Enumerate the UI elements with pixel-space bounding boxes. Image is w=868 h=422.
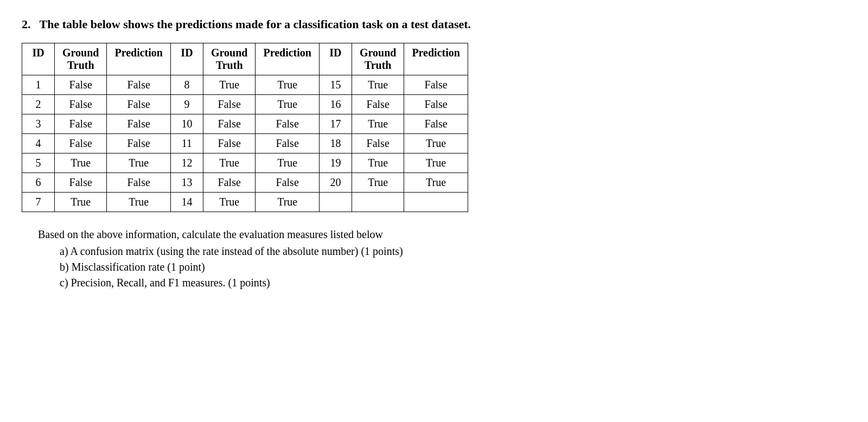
table-cell bbox=[404, 192, 468, 212]
table-cell: True bbox=[404, 133, 468, 153]
table-cell: 11 bbox=[170, 133, 203, 153]
table-cell: True bbox=[203, 153, 255, 172]
table-row: 5TrueTrue12TrueTrue19TrueTrue bbox=[22, 153, 468, 172]
table-cell: True bbox=[404, 172, 468, 192]
table-cell: False bbox=[256, 172, 320, 192]
col-pred-1: Prediction bbox=[107, 43, 171, 75]
table-cell: False bbox=[107, 172, 171, 192]
table-cell: False bbox=[352, 133, 404, 153]
table-cell: 17 bbox=[319, 114, 352, 133]
prediction-table: ID GroundTruth Prediction ID GroundTruth… bbox=[22, 43, 468, 212]
table-cell: False bbox=[203, 94, 255, 114]
table-cell: 5 bbox=[22, 153, 55, 172]
followup-intro: Based on the above information, calculat… bbox=[38, 228, 846, 241]
col-gt-3: GroundTruth bbox=[352, 43, 404, 75]
table-cell: True bbox=[107, 192, 171, 212]
table-cell: False bbox=[107, 75, 171, 94]
table-row: 4FalseFalse11FalseFalse18FalseTrue bbox=[22, 133, 468, 153]
table-cell: False bbox=[55, 114, 107, 133]
col-pred-2: Prediction bbox=[256, 43, 320, 75]
data-table-wrapper: ID GroundTruth Prediction ID GroundTruth… bbox=[22, 43, 846, 212]
table-cell: False bbox=[256, 114, 320, 133]
table-cell: True bbox=[203, 192, 255, 212]
table-cell: True bbox=[404, 153, 468, 172]
table-cell: False bbox=[55, 133, 107, 153]
table-cell: True bbox=[256, 75, 320, 94]
table-cell bbox=[352, 192, 404, 212]
table-cell: False bbox=[203, 133, 255, 153]
table-row: 7TrueTrue14TrueTrue bbox=[22, 192, 468, 212]
followup-section: Based on the above information, calculat… bbox=[22, 228, 846, 289]
table-cell: 20 bbox=[319, 172, 352, 192]
table-cell: 1 bbox=[22, 75, 55, 94]
table-row: 3FalseFalse10FalseFalse17TrueFalse bbox=[22, 114, 468, 133]
table-cell: True bbox=[107, 153, 171, 172]
table-cell: 4 bbox=[22, 133, 55, 153]
table-cell: True bbox=[256, 153, 320, 172]
table-cell: 19 bbox=[319, 153, 352, 172]
table-row: 6FalseFalse13FalseFalse20TrueTrue bbox=[22, 172, 468, 192]
table-header-row: ID GroundTruth Prediction ID GroundTruth… bbox=[22, 43, 468, 75]
table-cell: True bbox=[352, 172, 404, 192]
col-pred-3: Prediction bbox=[404, 43, 468, 75]
followup-list: a) A confusion matrix (using the rate in… bbox=[38, 245, 846, 289]
table-cell: 10 bbox=[170, 114, 203, 133]
table-cell: False bbox=[404, 75, 468, 94]
followup-item-a: a) A confusion matrix (using the rate in… bbox=[60, 245, 846, 258]
table-cell: False bbox=[404, 114, 468, 133]
table-row: 2FalseFalse9FalseTrue16FalseFalse bbox=[22, 94, 468, 114]
question-text: The table below shows the predictions ma… bbox=[40, 17, 471, 31]
table-cell: True bbox=[352, 153, 404, 172]
table-cell: True bbox=[256, 94, 320, 114]
followup-item-b: b) Misclassification rate (1 point) bbox=[60, 261, 846, 273]
table-cell: 12 bbox=[170, 153, 203, 172]
table-cell: False bbox=[107, 133, 171, 153]
table-cell: False bbox=[203, 172, 255, 192]
col-id-2: ID bbox=[170, 43, 203, 75]
col-id-1: ID bbox=[22, 43, 55, 75]
table-cell: 15 bbox=[319, 75, 352, 94]
table-cell: 16 bbox=[319, 94, 352, 114]
table-cell: False bbox=[107, 114, 171, 133]
question-header: 2. The table below shows the predictions… bbox=[22, 16, 846, 33]
table-cell: True bbox=[352, 114, 404, 133]
col-id-3: ID bbox=[319, 43, 352, 75]
question-number: 2. bbox=[22, 17, 31, 31]
table-cell: False bbox=[55, 94, 107, 114]
followup-item-c: c) Precision, Recall, and F1 measures. (… bbox=[60, 277, 846, 289]
table-cell: True bbox=[203, 75, 255, 94]
table-cell: 8 bbox=[170, 75, 203, 94]
table-cell: False bbox=[352, 94, 404, 114]
table-cell: False bbox=[55, 172, 107, 192]
table-cell: 9 bbox=[170, 94, 203, 114]
table-cell: 2 bbox=[22, 94, 55, 114]
table-cell: True bbox=[256, 192, 320, 212]
table-cell: False bbox=[55, 75, 107, 94]
table-row: 1FalseFalse8TrueTrue15TrueFalse bbox=[22, 75, 468, 94]
table-cell: 3 bbox=[22, 114, 55, 133]
table-cell: 13 bbox=[170, 172, 203, 192]
table-cell: False bbox=[404, 94, 468, 114]
table-cell: 6 bbox=[22, 172, 55, 192]
table-cell: 14 bbox=[170, 192, 203, 212]
table-cell: True bbox=[352, 75, 404, 94]
table-cell: False bbox=[203, 114, 255, 133]
table-cell: True bbox=[55, 192, 107, 212]
table-cell: 18 bbox=[319, 133, 352, 153]
table-cell: False bbox=[256, 133, 320, 153]
col-gt-1: GroundTruth bbox=[55, 43, 107, 75]
table-cell bbox=[319, 192, 352, 212]
table-cell: True bbox=[55, 153, 107, 172]
table-cell: False bbox=[107, 94, 171, 114]
table-cell: 7 bbox=[22, 192, 55, 212]
col-gt-2: GroundTruth bbox=[203, 43, 255, 75]
